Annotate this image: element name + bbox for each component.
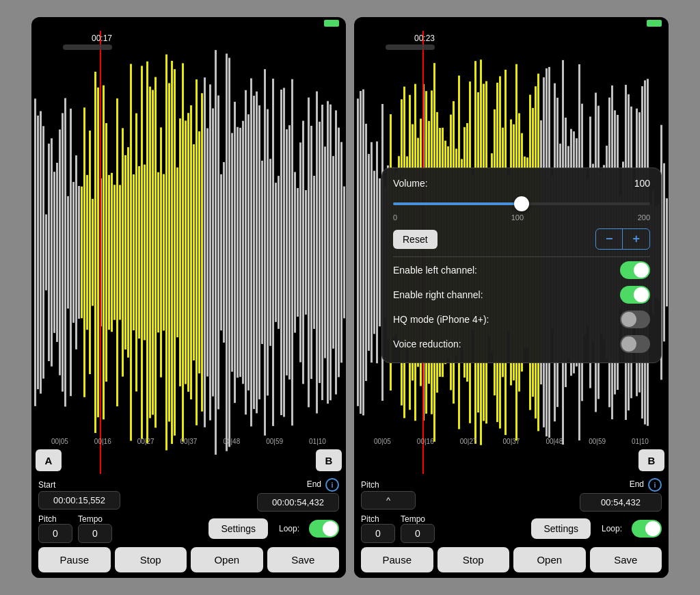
left-phone-screen: 00:17 00|05 00|16 00|27 00|37 00|48 00|5… [31, 17, 346, 578]
left-pitch-tempo-row: Pitch 0 Tempo 0 Settings Loop: [38, 514, 339, 543]
left-info-icon[interactable]: i [325, 478, 339, 492]
left-tempo-value: 0 [78, 524, 112, 543]
right-start-end-row: Pitch ^ End i 00:54,432 [361, 478, 662, 512]
right-tempo-lbl: Tempo [401, 514, 435, 524]
left-open-button[interactable]: Open [191, 547, 263, 572]
voice-reduction-label: Voice reduction: [393, 339, 461, 349]
right-waveform-area: 00:23 00|05 00|16 00|27 00|37 00|48 00|5… [354, 31, 669, 474]
right-save-button[interactable]: Save [590, 547, 662, 572]
settings-overlay: Volume: 100 0 100 200 Reset [381, 168, 662, 363]
left-pitch-value: 0 [38, 524, 72, 543]
left-playhead-box [63, 44, 112, 50]
left-tempo-group: Tempo 0 [78, 514, 112, 543]
left-tl-4: 00|37 [180, 438, 198, 445]
plus-button[interactable]: + [623, 229, 649, 249]
right-channel-row: Enable right channel: [393, 286, 650, 304]
right-tl-1: 00|05 [374, 438, 391, 445]
left-stop-button[interactable]: Stop [115, 547, 187, 572]
left-tl-5: 00|48 [223, 438, 240, 445]
left-end-label: End [307, 479, 321, 489]
left-tempo-label: Tempo [78, 514, 112, 524]
right-phone-screen: 00:23 00|05 00|16 00|27 00|37 00|48 00|5… [354, 17, 669, 578]
volume-label: Volume: [393, 178, 428, 189]
volume-row: Volume: 100 [393, 178, 650, 189]
hq-mode-toggle[interactable] [620, 310, 650, 328]
right-pitch-val: ^ [361, 491, 416, 510]
left-timeline-labels: 00|05 00|16 00|27 00|37 00|48 00|59 01|1… [31, 438, 346, 445]
right-ab-row: B [354, 449, 669, 474]
right-channel-toggle[interactable] [620, 286, 650, 304]
right-status-bar [354, 17, 669, 31]
left-waveform-canvas [31, 31, 346, 474]
right-start-group: Pitch ^ [361, 480, 416, 510]
reset-row: Reset − + [393, 228, 650, 250]
right-tl-2: 00|16 [417, 438, 434, 445]
left-channel-label: Enable left channel: [393, 265, 477, 276]
right-tempo-value: 0 [401, 524, 435, 543]
left-channel-row: Enable left channel: [393, 261, 650, 279]
right-pitch-group: Pitch 0 [361, 514, 395, 543]
left-status-bar [31, 17, 346, 31]
right-playhead-box [386, 44, 435, 50]
right-tl-6: 00|59 [589, 438, 606, 445]
left-start-end-row: Start 00:00:15,552 End i 00:00:54,432 [38, 478, 339, 512]
right-stop-button[interactable]: Stop [438, 547, 510, 572]
right-action-btns: Pause Stop Open Save [361, 547, 662, 572]
left-end-group: End i 00:00:54,432 [257, 478, 339, 512]
reset-button[interactable]: Reset [393, 230, 438, 249]
left-pitch-group: Pitch 0 [38, 514, 72, 543]
left-redline [100, 31, 101, 474]
left-tl-1: 00|05 [51, 438, 68, 445]
volume-slider[interactable] [393, 196, 650, 212]
right-loop-toggle[interactable] [632, 520, 662, 538]
right-pitch-value: 0 [361, 524, 395, 543]
left-pause-button[interactable]: Pause [38, 547, 111, 572]
left-loop-label: Loop: [279, 524, 299, 533]
left-save-button[interactable]: Save [267, 547, 340, 572]
left-loop-toggle[interactable] [309, 520, 339, 538]
slider-thumb[interactable] [514, 196, 529, 211]
left-waveform-area: 00:17 00|05 00|16 00|27 00|37 00|48 00|5… [31, 31, 346, 474]
left-action-btns: Pause Stop Open Save [38, 547, 339, 572]
volume-scale: 0 100 200 [393, 213, 650, 222]
minus-button[interactable]: − [596, 229, 623, 249]
left-settings-button[interactable]: Settings [208, 518, 268, 539]
hq-mode-label: HQ mode (iPhone 4+): [393, 314, 489, 325]
right-pause-button[interactable]: Pause [361, 547, 433, 572]
right-pitch-label2: Pitch [361, 480, 416, 490]
left-channel-toggle[interactable] [620, 261, 650, 279]
right-settings-button[interactable]: Settings [531, 518, 591, 539]
left-battery [324, 20, 339, 27]
scale-mid: 100 [511, 213, 524, 222]
right-timeline-labels: 00|05 00|16 00|27 00|37 00|48 00|59 01|1… [354, 438, 669, 445]
left-time-cursor: 00:17 [92, 34, 112, 43]
right-tl-5: 00|48 [546, 438, 563, 445]
voice-reduction-toggle[interactable] [620, 335, 650, 353]
left-ab-row: A B [31, 449, 346, 474]
right-end-group: End i 00:54,432 [580, 478, 662, 512]
right-tl-3: 00|27 [460, 438, 477, 445]
left-start-label: Start [38, 480, 120, 490]
slider-fill [393, 202, 522, 205]
right-open-button[interactable]: Open [513, 547, 586, 572]
right-battery [647, 20, 662, 27]
right-b-button[interactable]: B [638, 449, 664, 471]
scale-min: 0 [393, 213, 397, 222]
right-tl-4: 00|37 [503, 438, 520, 445]
right-tl-7: 01|10 [632, 438, 649, 445]
left-end-time: 00:00:54,432 [257, 493, 339, 512]
right-pitch-tempo-row: Pitch 0 Tempo 0 Settings Loop: [361, 514, 662, 543]
left-b-button[interactable]: B [316, 449, 342, 471]
right-controls: Pitch ^ End i 00:54,432 Pitch 0 Temp [354, 474, 669, 578]
right-end-time: 00:54,432 [580, 493, 662, 512]
scale-max: 200 [638, 213, 650, 222]
left-pitch-label: Pitch [38, 514, 72, 524]
right-pitch-lbl: Pitch [361, 514, 395, 524]
right-time-cursor: 00:23 [414, 34, 435, 43]
left-a-button[interactable]: A [36, 449, 62, 471]
left-tl-2: 00|16 [94, 438, 111, 445]
divider-1 [393, 256, 650, 257]
hq-mode-row: HQ mode (iPhone 4+): [393, 310, 650, 328]
right-info-icon[interactable]: i [648, 478, 662, 492]
left-controls: Start 00:00:15,552 End i 00:00:54,432 Pi… [31, 474, 346, 578]
